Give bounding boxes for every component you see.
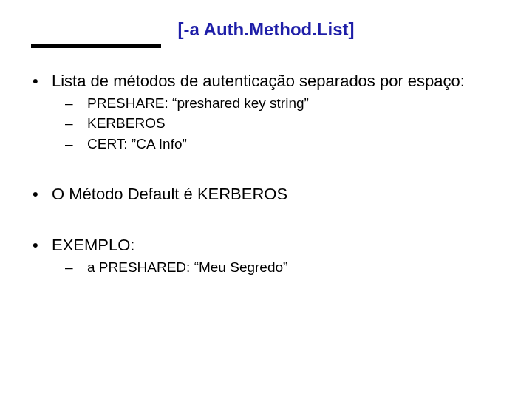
bullet-item-3: EXEMPLO: a PRESHARED: “Meu Segredo” bbox=[31, 235, 510, 276]
spacer bbox=[31, 208, 510, 235]
bullet-list: Lista de métodos de autenticação separad… bbox=[31, 71, 510, 276]
sub-item: CERT: ”CA Info” bbox=[52, 135, 510, 153]
slide: [-a Auth.Method.List] Lista de métodos d… bbox=[0, 0, 532, 399]
bullet-text: EXEMPLO: bbox=[52, 236, 134, 254]
sub-item: PRESHARE: “preshared key string” bbox=[52, 95, 510, 112]
slide-title: [-a Auth.Method.List] bbox=[0, 19, 532, 40]
sub-list-3: a PRESHARED: “Meu Segredo” bbox=[52, 259, 510, 276]
spacer bbox=[31, 157, 510, 184]
bullet-text: O Método Default é KERBEROS bbox=[52, 185, 287, 203]
sub-item: a PRESHARED: “Meu Segredo” bbox=[52, 259, 510, 276]
bullet-item-2: O Método Default é KERBEROS bbox=[31, 184, 510, 205]
slide-content: Lista de métodos de autenticação separad… bbox=[31, 71, 510, 281]
title-underline bbox=[31, 44, 161, 48]
bullet-text: Lista de métodos de autenticação separad… bbox=[52, 72, 465, 90]
sub-item: KERBEROS bbox=[52, 115, 510, 132]
sub-list-1: PRESHARE: “preshared key string” KERBERO… bbox=[52, 95, 510, 153]
bullet-item-1: Lista de métodos de autenticação separad… bbox=[31, 71, 510, 153]
